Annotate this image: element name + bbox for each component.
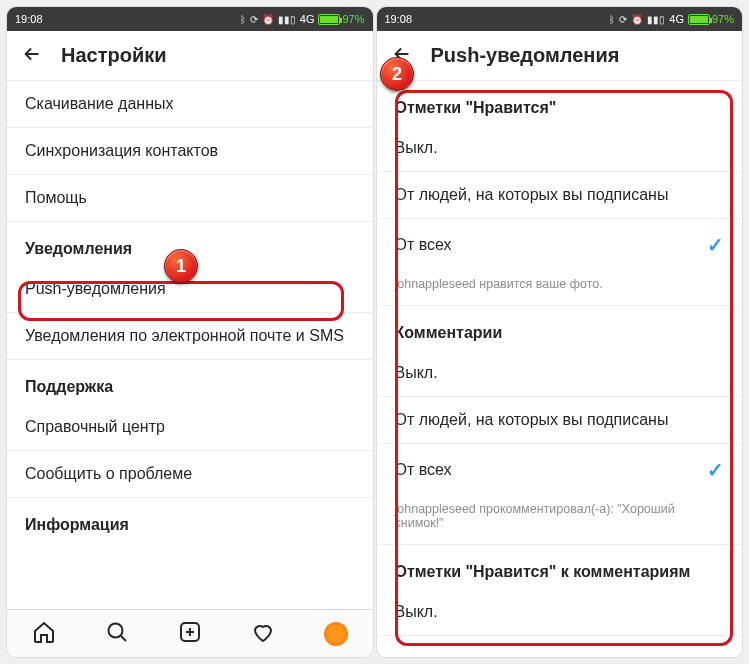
new-post-icon[interactable] xyxy=(178,620,202,648)
settings-list: Скачивание данных Синхронизация контакто… xyxy=(7,81,373,609)
battery-percent: 97% xyxy=(342,13,364,25)
app-bar: Push-уведомления xyxy=(377,31,743,81)
likes-option-everyone[interactable]: От всех ✓ xyxy=(377,219,743,271)
likes-hint: johnappleseed нравится ваше фото. xyxy=(377,271,743,306)
clock: 19:08 xyxy=(385,13,413,25)
back-icon[interactable] xyxy=(21,43,43,69)
search-icon[interactable] xyxy=(105,620,129,648)
section-support: Поддержка xyxy=(7,360,373,404)
section-info: Информация xyxy=(7,498,373,542)
signal-icon: ▮▮▯ xyxy=(647,14,665,25)
alarm-icon: ⏰ xyxy=(631,14,643,25)
comments-option-following[interactable]: От людей, на которых вы подписаны xyxy=(377,397,743,444)
comment-likes-option-off[interactable]: Выкл. xyxy=(377,589,743,636)
sync-icon: ⟳ xyxy=(250,14,258,25)
item-help-center[interactable]: Справочный центр xyxy=(7,404,373,451)
callout-badge-1: 1 xyxy=(164,249,198,283)
battery-indicator: 97% xyxy=(318,13,364,25)
check-icon: ✓ xyxy=(707,233,724,257)
bluetooth-icon: ᛒ xyxy=(609,14,615,25)
battery-indicator: 97% xyxy=(688,13,734,25)
profile-icon[interactable] xyxy=(324,622,348,646)
item-download-data[interactable]: Скачивание данных xyxy=(7,81,373,128)
likes-option-off[interactable]: Выкл. xyxy=(377,125,743,172)
status-bar: 19:08 ᛒ ⟳ ⏰ ▮▮▯ 4G 97% xyxy=(7,7,373,31)
section-comments: Комментарии xyxy=(377,306,743,350)
callout-badge-2: 2 xyxy=(380,57,414,91)
section-comment-likes: Отметки "Нравится" к комментариям xyxy=(377,545,743,589)
item-sync-contacts[interactable]: Синхронизация контактов xyxy=(7,128,373,175)
sync-icon: ⟳ xyxy=(619,14,627,25)
comments-option-everyone[interactable]: От всех ✓ xyxy=(377,444,743,496)
item-help[interactable]: Помощь xyxy=(7,175,373,222)
network-type: 4G xyxy=(300,13,315,25)
activity-icon[interactable] xyxy=(251,620,275,648)
home-icon[interactable] xyxy=(32,620,56,648)
right-phone-screen: 19:08 ᛒ ⟳ ⏰ ▮▮▯ 4G 97% Push-уведомления … xyxy=(376,6,744,658)
battery-percent: 97% xyxy=(712,13,734,25)
page-title: Push-уведомления xyxy=(431,44,620,67)
section-likes: Отметки "Нравится" xyxy=(377,81,743,125)
clock: 19:08 xyxy=(15,13,43,25)
page-title: Настройки xyxy=(61,44,167,67)
check-icon: ✓ xyxy=(707,458,724,482)
bottom-nav xyxy=(7,609,373,657)
push-settings-list: Отметки "Нравится" Выкл. От людей, на ко… xyxy=(377,81,743,657)
comments-option-off[interactable]: Выкл. xyxy=(377,350,743,397)
item-email-sms[interactable]: Уведомления по электронной почте и SMS xyxy=(7,313,373,360)
comments-hint: johnappleseed прокомментировал(-а): "Хор… xyxy=(377,496,743,545)
left-phone-screen: 19:08 ᛒ ⟳ ⏰ ▮▮▯ 4G 97% Настройки Скачива… xyxy=(6,6,374,658)
status-bar: 19:08 ᛒ ⟳ ⏰ ▮▮▯ 4G 97% xyxy=(377,7,743,31)
svg-point-0 xyxy=(108,623,122,637)
network-type: 4G xyxy=(669,13,684,25)
app-bar: Настройки xyxy=(7,31,373,81)
signal-icon: ▮▮▯ xyxy=(278,14,296,25)
alarm-icon: ⏰ xyxy=(262,14,274,25)
item-report-problem[interactable]: Сообщить о проблеме xyxy=(7,451,373,498)
bluetooth-icon: ᛒ xyxy=(240,14,246,25)
likes-option-following[interactable]: От людей, на которых вы подписаны xyxy=(377,172,743,219)
